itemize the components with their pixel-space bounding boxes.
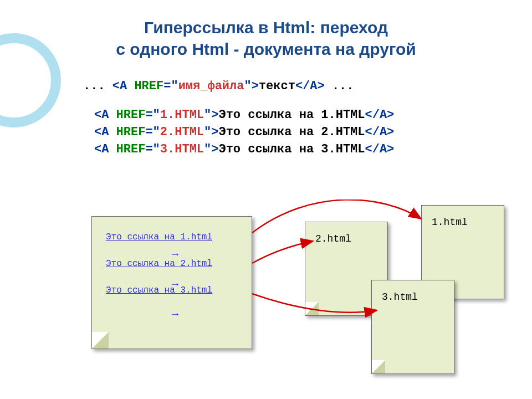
- title-line-1: Гиперссылка в Html: переход: [144, 18, 388, 37]
- syntax-template-line: ... <A HREF="имя_файла">текст</A> ...: [83, 79, 532, 93]
- title-line-2: с одного Html - документа на другой: [116, 40, 416, 58]
- syntax-a-open: <A: [112, 79, 135, 93]
- page-fold-icon: [372, 360, 385, 374]
- syntax-q2: ": [244, 79, 251, 93]
- arrow-icon: →: [170, 278, 181, 290]
- example-file: 3.HTML: [160, 142, 204, 156]
- doc-label: 2.html: [315, 233, 351, 244]
- diagram-area: → → → Это ссылка на 1.html Это ссылка на…: [0, 200, 532, 399]
- arrow-icon: →: [170, 248, 181, 260]
- syntax-prefix: ...: [83, 79, 105, 93]
- source-document: → → → Это ссылка на 1.html Это ссылка на…: [91, 216, 252, 349]
- syntax-suffix: ...: [325, 79, 354, 93]
- syntax-close-open: >: [252, 79, 259, 93]
- syntax-close-a: </A>: [295, 79, 325, 93]
- example-file: 1.HTML: [160, 108, 204, 122]
- example-text: Это ссылка на 2.HTML: [218, 125, 365, 139]
- arrow-icon: →: [170, 308, 181, 320]
- doc-label: 3.html: [382, 291, 418, 303]
- syntax-eq: =: [163, 79, 171, 93]
- code-area: ... <A HREF="имя_файла">текст</A> ... <A…: [83, 79, 532, 158]
- example-text: Это ссылка на 1.HTML: [218, 108, 365, 122]
- example-text: Это ссылка на 3.HTML: [218, 142, 365, 156]
- syntax-href: HREF: [134, 79, 163, 93]
- page-fold-icon: [305, 302, 319, 315]
- target-document-3: 3.html: [371, 280, 454, 374]
- syntax-linktext: текст: [259, 79, 295, 93]
- example-line: <A HREF="2.HTML">Это ссылка на 2.HTML</A…: [94, 124, 532, 141]
- example-file: 2.HTML: [160, 125, 204, 139]
- syntax-filename: имя_файла: [178, 79, 244, 93]
- example-line: <A HREF="1.HTML">Это ссылка на 1.HTML</A…: [94, 107, 532, 124]
- page-title: Гиперссылка в Html: переход с одного Htm…: [0, 0, 532, 60]
- page-fold-icon: [92, 332, 109, 349]
- examples-block: <A HREF="1.HTML">Это ссылка на 1.HTML</A…: [94, 107, 532, 158]
- doc-link-1[interactable]: Это ссылка на 1.html: [106, 232, 243, 242]
- syntax-q1: ": [171, 79, 178, 93]
- doc-label: 1.html: [432, 217, 468, 228]
- example-line: <A HREF="3.HTML">Это ссылка на 3.HTML</A…: [94, 141, 532, 158]
